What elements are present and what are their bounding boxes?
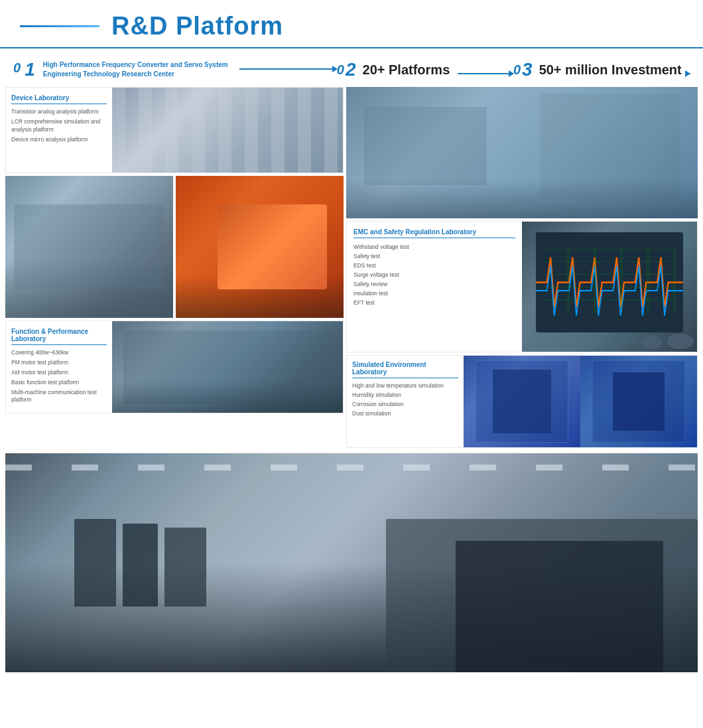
device-lab-photo <box>112 88 343 173</box>
device-lab-panel: Device Laboratory Transistor analog anal… <box>5 87 344 173</box>
right-top-image <box>346 87 698 218</box>
env-image-1 <box>464 356 580 447</box>
bottom-lab-photo <box>5 453 698 672</box>
main-content: Device Laboratory Transistor analog anal… <box>0 87 703 678</box>
page-title: R&D Platform <box>111 12 283 40</box>
function-lab-photo <box>112 321 343 413</box>
header-decoration-line <box>20 25 99 27</box>
device-lab-item-0: Transistor analog analysis platform <box>11 108 107 116</box>
lab-person-photo <box>346 87 698 218</box>
function-lab-image <box>112 321 343 413</box>
device-lab-image <box>112 88 343 173</box>
badge-03-num: 3 <box>522 60 533 79</box>
device-lab-item-2: Device micro analysis platform <box>11 136 107 144</box>
emc-title: EMC and Safety Regulation Laboratory <box>353 228 515 238</box>
badge-02-zero: 0 <box>337 62 344 78</box>
badge-03: 0 3 50+ million Investment <box>513 60 690 79</box>
function-lab-item-3: Basic function test platform <box>11 379 107 387</box>
device-lab-item-1: LCR comprehensive simulation and analysi… <box>11 118 107 134</box>
function-lab-title: Function & Performance Laboratory <box>11 328 107 345</box>
emc-item-4: Safety review <box>353 281 515 287</box>
sim-env-title: Simulated Environment Laboratory <box>352 361 458 378</box>
function-lab-panel: Function & Performance Laboratory Coveri… <box>5 321 344 413</box>
badge-03-text: 50+ million Investment <box>539 61 682 78</box>
device-lab-title: Device Laboratory <box>11 94 107 104</box>
section-badges-row: 0 1 High Performance Frequency Converter… <box>0 55 703 87</box>
env-photo-2 <box>580 356 697 447</box>
function-lab-item-4: Multi-machine communication test platfor… <box>11 389 107 405</box>
emc-item-2: EDS test <box>353 262 515 269</box>
emc-item-1: Safety test <box>353 253 515 259</box>
function-lab-item-1: PM motor test platform <box>11 359 107 367</box>
device-lab-info: Device Laboratory Transistor analog anal… <box>6 88 112 173</box>
lab-floor-photo <box>5 176 173 318</box>
env-photo-1 <box>464 356 580 447</box>
function-lab-item-0: Covering 400w~630kw <box>11 349 107 357</box>
emc-item-5: insulation test <box>353 290 515 297</box>
badge-01: 0 1 High Performance Frequency Converter… <box>13 60 337 79</box>
function-lab-info: Function & Performance Laboratory Coveri… <box>6 321 112 413</box>
badge-02: 0 2 20+ Platforms <box>337 60 513 79</box>
left-section: Device Laboratory Transistor analog anal… <box>5 87 344 448</box>
emc-panel: EMC and Safety Regulation Laboratory Wit… <box>346 221 698 352</box>
mid-grid: Device Laboratory Transistor analog anal… <box>5 87 698 448</box>
bottom-full-image <box>5 453 698 672</box>
badge-02-text: 20+ Platforms <box>363 61 450 78</box>
emc-item-0: Withstand voltage test <box>353 244 515 250</box>
function-lab-item-2: AM motor test platform <box>11 369 107 377</box>
orange-machine-photo <box>176 176 344 318</box>
two-images-row <box>5 176 344 318</box>
sim-env-item-2: Corrosion simulation <box>352 401 458 407</box>
sim-env-item-3: Dust simulation <box>352 410 458 417</box>
badge-01-text: High Performance Frequency Converter and… <box>43 60 229 79</box>
page-header: R&D Platform <box>0 0 703 48</box>
emc-info: EMC and Safety Regulation Laboratory Wit… <box>347 222 522 352</box>
emc-item-6: EFT test <box>353 299 515 306</box>
oscilloscope-image <box>522 222 697 352</box>
badge-02-num: 2 <box>346 60 356 79</box>
env-image-2 <box>580 356 697 447</box>
badge-01-num: 1 <box>25 60 35 79</box>
sim-env-item-1: Humidity simulation <box>352 392 458 398</box>
badge-03-zero: 0 <box>513 62 521 78</box>
sim-env-item-0: High and low temperature simulation <box>352 382 458 389</box>
sim-env-info: Simulated Environment Laboratory High an… <box>347 356 464 447</box>
emc-item-3: Surge voltage test <box>353 271 515 278</box>
sim-env-panel: Simulated Environment Laboratory High an… <box>346 355 698 448</box>
right-section: EMC and Safety Regulation Laboratory Wit… <box>346 87 698 448</box>
badge-01-zero: 0 <box>13 60 21 76</box>
